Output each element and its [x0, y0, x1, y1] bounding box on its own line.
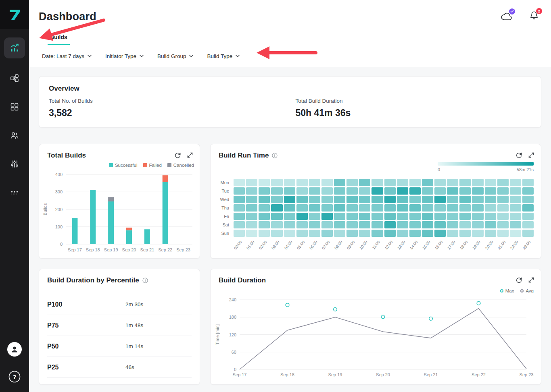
- heatmap-cell-sun-02-00[interactable]: [259, 230, 270, 237]
- heatmap-cell-mon-11-00[interactable]: [372, 179, 383, 186]
- heatmap-cell-fri-20-00[interactable]: [485, 213, 496, 220]
- heatmap-cell-wed-10-00[interactable]: [359, 196, 370, 203]
- heatmap-cell-mon-02-00[interactable]: [259, 179, 270, 186]
- heatmap-cell-fri-17-00[interactable]: [447, 213, 458, 220]
- heatmap-cell-mon-12-00[interactable]: [384, 179, 396, 186]
- heatmap-cell-sat-21-00[interactable]: [497, 221, 509, 228]
- refresh-button[interactable]: [174, 152, 181, 159]
- sidebar-item-settings[interactable]: [6, 155, 23, 173]
- heatmap-cell-sat-00-00[interactable]: [234, 221, 245, 228]
- heatmap-cell-thu-10-00[interactable]: [359, 204, 370, 212]
- heatmap-cell-sat-17-00[interactable]: [447, 221, 458, 228]
- heatmap-cell-sun-00-00[interactable]: [234, 230, 245, 237]
- legend-item-avg[interactable]: Avg: [520, 288, 534, 293]
- help-button[interactable]: ?: [6, 368, 23, 386]
- heatmap-cell-sat-19-00[interactable]: [472, 221, 483, 228]
- point-max-sep-19[interactable]: [334, 307, 337, 311]
- heatmap-cell-thu-23-00[interactable]: [522, 204, 534, 212]
- expand-button[interactable]: [187, 152, 193, 159]
- heatmap-cell-wed-18-00[interactable]: [459, 196, 471, 203]
- heatmap-cell-tue-15-00[interactable]: [422, 187, 433, 195]
- heatmap-cell-thu-06-00[interactable]: [309, 204, 320, 212]
- heatmap-cell-wed-13-00[interactable]: [397, 196, 408, 203]
- heatmap-cell-tue-19-00[interactable]: [472, 187, 483, 195]
- filter-initiator-type[interactable]: Initiator Type: [105, 53, 144, 59]
- heatmap-cell-sun-18-00[interactable]: [459, 230, 471, 237]
- heatmap-cell-tue-02-00[interactable]: [259, 187, 270, 195]
- heatmap-cell-tue-16-00[interactable]: [434, 187, 446, 195]
- bar-segment-sep-21-successful[interactable]: [144, 229, 150, 244]
- heatmap-cell-fri-16-00[interactable]: [434, 213, 446, 220]
- info-icon[interactable]: [272, 153, 278, 158]
- heatmap-cell-mon-16-00[interactable]: [434, 179, 446, 186]
- heatmap-cell-wed-15-00[interactable]: [422, 196, 433, 203]
- heatmap-cell-sat-23-00[interactable]: [522, 221, 534, 228]
- heatmap-cell-fri-07-00[interactable]: [321, 213, 333, 220]
- heatmap-cell-fri-15-00[interactable]: [422, 213, 433, 220]
- heatmap-cell-sun-14-00[interactable]: [409, 230, 421, 237]
- heatmap-cell-mon-21-00[interactable]: [497, 179, 509, 186]
- heatmap-cell-sat-03-00[interactable]: [271, 221, 282, 228]
- expand-button[interactable]: [528, 277, 534, 284]
- heatmap-cell-mon-13-00[interactable]: [397, 179, 408, 186]
- heatmap-cell-sun-13-00[interactable]: [397, 230, 408, 237]
- filter-date[interactable]: Date: Last 7 days: [42, 53, 92, 59]
- heatmap-cell-tue-12-00[interactable]: [384, 187, 396, 195]
- heatmap-cell-mon-04-00[interactable]: [284, 179, 295, 186]
- heatmap-cell-thu-01-00[interactable]: [246, 204, 257, 212]
- heatmap-cell-tue-09-00[interactable]: [346, 187, 358, 195]
- heatmap-cell-fri-22-00[interactable]: [510, 213, 521, 220]
- heatmap-cell-fri-04-00[interactable]: [284, 213, 295, 220]
- heatmap-cell-sat-02-00[interactable]: [259, 221, 270, 228]
- heatmap-cell-wed-03-00[interactable]: [271, 196, 282, 203]
- heatmap-cell-wed-02-00[interactable]: [259, 196, 270, 203]
- heatmap-cell-fri-12-00[interactable]: [384, 213, 396, 220]
- bar-segment-sep-19-cancelled[interactable]: [108, 197, 114, 201]
- notifications-button[interactable]: 2: [529, 10, 539, 23]
- heatmap-cell-tue-05-00[interactable]: [296, 187, 308, 195]
- heatmap-cell-tue-03-00[interactable]: [271, 187, 282, 195]
- legend-item-failed[interactable]: Failed: [143, 163, 162, 168]
- sidebar-item-apps[interactable]: [6, 98, 23, 116]
- heatmap-cell-fri-03-00[interactable]: [271, 213, 282, 220]
- heatmap-cell-fri-06-00[interactable]: [309, 213, 320, 220]
- heatmap-cell-mon-17-00[interactable]: [447, 179, 458, 186]
- heatmap-cell-tue-04-00[interactable]: [284, 187, 295, 195]
- heatmap-cell-thu-08-00[interactable]: [334, 204, 345, 212]
- heatmap-cell-tue-22-00[interactable]: [510, 187, 521, 195]
- heatmap-cell-tue-10-00[interactable]: [359, 187, 370, 195]
- heatmap-cell-wed-08-00[interactable]: [334, 196, 345, 203]
- heatmap-cell-wed-12-00[interactable]: [384, 196, 396, 203]
- bar-segment-sep-19-successful[interactable]: [108, 201, 114, 244]
- heatmap-cell-thu-02-00[interactable]: [259, 204, 270, 212]
- heatmap-cell-wed-20-00[interactable]: [485, 196, 496, 203]
- sidebar-item-users[interactable]: [6, 127, 23, 144]
- heatmap-cell-thu-00-00[interactable]: [234, 204, 245, 212]
- heatmap-cell-mon-15-00[interactable]: [422, 179, 433, 186]
- heatmap-cell-fri-14-00[interactable]: [409, 213, 421, 220]
- heatmap-cell-thu-04-00[interactable]: [284, 204, 295, 212]
- heatmap-cell-wed-16-00[interactable]: [434, 196, 446, 203]
- heatmap-cell-tue-21-00[interactable]: [497, 187, 509, 195]
- heatmap-cell-sun-23-00[interactable]: [522, 230, 534, 237]
- heatmap-cell-sat-05-00[interactable]: [296, 221, 308, 228]
- heatmap-cell-mon-05-00[interactable]: [296, 179, 308, 186]
- heatmap-cell-thu-17-00[interactable]: [447, 204, 458, 212]
- heatmap-cell-thu-07-00[interactable]: [321, 204, 333, 212]
- bar-segment-sep-20-failed[interactable]: [126, 228, 132, 230]
- heatmap-cell-sun-09-00[interactable]: [346, 230, 358, 237]
- heatmap-cell-thu-19-00[interactable]: [472, 204, 483, 212]
- heatmap-cell-sun-04-00[interactable]: [284, 230, 295, 237]
- sidebar-item-secrets[interactable]: [6, 184, 23, 201]
- heatmap-cell-sun-05-00[interactable]: [296, 230, 308, 237]
- bar-segment-sep-18-successful[interactable]: [90, 190, 96, 244]
- legend-item-cancelled[interactable]: Cancelled: [167, 163, 194, 168]
- heatmap-cell-sat-09-00[interactable]: [346, 221, 358, 228]
- heatmap-cell-sun-15-00[interactable]: [422, 230, 433, 237]
- legend-item-successful[interactable]: Successful: [109, 163, 138, 168]
- heatmap-cell-sat-04-00[interactable]: [284, 221, 295, 228]
- point-max-sep-21[interactable]: [429, 317, 433, 321]
- heatmap-cell-sat-01-00[interactable]: [246, 221, 257, 228]
- heatmap-cell-thu-11-00[interactable]: [372, 204, 383, 212]
- legend-item-max[interactable]: Max: [500, 288, 514, 293]
